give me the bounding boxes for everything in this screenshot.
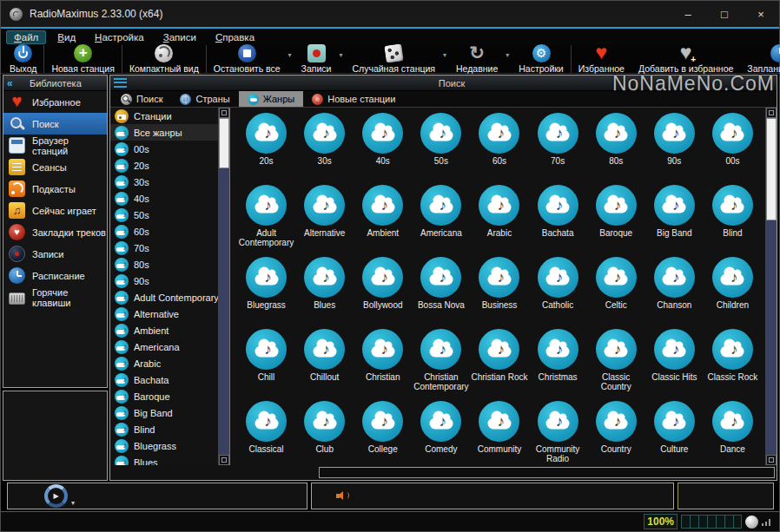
genre-tile[interactable]: ♪ College bbox=[354, 401, 412, 465]
tab[interactable]: Новые станции bbox=[303, 91, 404, 107]
genre-list-item[interactable]: 90s bbox=[110, 273, 218, 289]
menu-item[interactable]: Записи bbox=[155, 30, 204, 44]
sidebar-item[interactable]: Браузер станций bbox=[3, 135, 107, 156]
genre-tile[interactable]: ♪ 60s bbox=[470, 113, 528, 185]
genre-tile[interactable]: ♪ Classic Hits bbox=[645, 329, 704, 401]
genre-tile[interactable]: ♪ Business bbox=[470, 257, 528, 329]
genre-list-item[interactable]: Baroque bbox=[110, 388, 218, 404]
genre-tile[interactable]: ♪ Dance bbox=[704, 401, 762, 465]
genre-tile[interactable]: ♪ Catholic bbox=[529, 257, 587, 329]
play-loop-icon[interactable] bbox=[44, 484, 68, 508]
sidebar-item[interactable]: Поиск bbox=[3, 113, 107, 135]
toolbar-button[interactable]: Недавние ▾ bbox=[449, 45, 512, 73]
volume-segments[interactable] bbox=[681, 515, 742, 529]
genre-tile[interactable]: ♪ Community bbox=[470, 401, 528, 465]
genre-tile[interactable]: ♪ Ambient bbox=[354, 185, 412, 257]
chevron-down-icon[interactable]: ▾ bbox=[288, 51, 292, 59]
genre-grid-scrollbar[interactable] bbox=[765, 108, 777, 465]
genre-tile[interactable]: ♪ Bollywood bbox=[354, 257, 412, 329]
scroll-up-button[interactable] bbox=[219, 108, 229, 118]
genre-list-item[interactable]: Bluegrass bbox=[110, 437, 218, 454]
genre-tile[interactable]: ♪ Celtic bbox=[587, 257, 645, 329]
genre-list-item[interactable]: 40s bbox=[110, 190, 218, 207]
sidebar-item[interactable]: Закладки треков bbox=[3, 221, 107, 243]
collapse-sidebar-icon[interactable]: « bbox=[3, 77, 17, 89]
toolbar-button[interactable]: Запланировать bbox=[740, 45, 780, 73]
sidebar-item[interactable]: Записи bbox=[3, 243, 107, 265]
genre-tile[interactable]: ♪ Country bbox=[587, 401, 645, 465]
scroll-up-button[interactable] bbox=[766, 108, 777, 118]
toolbar-button[interactable]: Остановить все ▾ bbox=[206, 45, 294, 73]
chevron-down-icon[interactable]: ▾ bbox=[506, 51, 509, 59]
genre-list-item[interactable]: 30s bbox=[110, 174, 218, 190]
genre-list-item[interactable]: Arabic bbox=[110, 355, 218, 371]
sidebar-item[interactable]: Сеансы bbox=[3, 156, 107, 178]
genre-tile[interactable]: ♪ Christmas bbox=[529, 329, 587, 401]
genre-tile[interactable]: ♪ Culture bbox=[645, 401, 704, 465]
genre-tile[interactable]: ♪ Blues bbox=[295, 257, 354, 329]
genre-tile[interactable]: ♪ 20s bbox=[237, 113, 295, 185]
maximize-button[interactable]: □ bbox=[706, 1, 743, 27]
genre-list-item[interactable]: Bachata bbox=[110, 371, 218, 388]
tab[interactable]: Поиск bbox=[112, 91, 171, 107]
genre-list-item[interactable]: 80s bbox=[110, 256, 218, 273]
minimize-button[interactable]: – bbox=[670, 1, 706, 27]
tab[interactable]: Жанры bbox=[239, 91, 304, 107]
scroll-down-button[interactable] bbox=[219, 455, 229, 465]
genre-tile[interactable]: ♪ Chill bbox=[237, 329, 295, 401]
genre-tile[interactable]: ♪ Club bbox=[295, 401, 354, 465]
genre-list-item[interactable]: Blues bbox=[110, 454, 218, 465]
genre-tile[interactable]: ♪ 70s bbox=[529, 113, 587, 185]
genre-tile[interactable]: ♪ Classic Rock bbox=[704, 329, 762, 401]
scrollbar-thumb[interactable] bbox=[766, 118, 777, 220]
sidebar-item[interactable]: Горячие клавиши bbox=[3, 286, 107, 308]
genre-list-item[interactable]: 70s bbox=[110, 240, 218, 256]
sidebar-item[interactable]: Расписание bbox=[3, 265, 107, 286]
genre-list-item[interactable]: 00s bbox=[110, 141, 218, 157]
toolbar-button[interactable]: Выход bbox=[3, 45, 43, 73]
toolbar-button[interactable]: Записи ▾ bbox=[294, 45, 346, 73]
toolbar-button[interactable]: Случайная станция ▾ bbox=[345, 45, 449, 73]
genre-tile[interactable]: ♪ Classical bbox=[237, 401, 295, 465]
genre-list-item[interactable]: Big Band bbox=[110, 404, 218, 421]
genre-tile[interactable]: ♪ Chillout bbox=[295, 329, 354, 401]
genre-list-item[interactable]: Alternative bbox=[110, 305, 218, 322]
scrollbar-track[interactable] bbox=[219, 118, 229, 455]
genre-tile[interactable]: ♪ Comedy bbox=[412, 401, 470, 465]
genre-tile[interactable]: ♪ 30s bbox=[295, 113, 354, 185]
genre-tile[interactable]: ♪ Christian Rock bbox=[470, 329, 528, 401]
genre-tile[interactable]: ♪ Baroque bbox=[587, 185, 645, 257]
genre-list-item[interactable]: 20s bbox=[110, 157, 218, 174]
hamburger-menu-icon[interactable] bbox=[114, 78, 127, 88]
chevron-down-icon[interactable]: ▾ bbox=[339, 51, 342, 59]
genre-tile[interactable]: ♪ Bossa Nova bbox=[412, 257, 470, 329]
toolbar-button[interactable]: Новая станция bbox=[43, 45, 121, 73]
genre-list-item[interactable]: Все жанры bbox=[110, 124, 218, 141]
genre-tile[interactable]: ♪ Americana bbox=[412, 185, 470, 257]
sidebar-item[interactable]: Сейчас играет bbox=[3, 200, 107, 221]
menu-item[interactable]: Файл bbox=[6, 30, 46, 44]
genre-tile[interactable]: ♪ Community Radio bbox=[529, 401, 587, 465]
genre-tile[interactable]: ♪ 80s bbox=[587, 113, 645, 185]
chevron-down-icon[interactable]: ▾ bbox=[443, 51, 446, 59]
close-button[interactable]: × bbox=[743, 1, 779, 27]
toolbar-button[interactable]: Избранное bbox=[571, 45, 631, 73]
genre-list-item[interactable]: 60s bbox=[110, 223, 218, 240]
sidebar-item[interactable]: Подкасты bbox=[3, 178, 107, 200]
genre-tile[interactable]: ♪ Classic Country bbox=[587, 329, 645, 401]
genre-list-item[interactable]: Станции bbox=[110, 108, 218, 124]
genre-list-scrollbar[interactable] bbox=[218, 108, 229, 465]
genre-list-item[interactable]: Americana bbox=[110, 338, 218, 355]
menu-item[interactable]: Справка bbox=[208, 30, 262, 44]
genre-list-item[interactable]: Adult Contemporary bbox=[110, 289, 218, 305]
genre-tile[interactable]: ♪ 00s bbox=[704, 113, 762, 185]
genre-tile[interactable]: ♪ Alternative bbox=[295, 185, 354, 257]
genre-tile[interactable]: ♪ Arabic bbox=[470, 185, 528, 257]
chevron-down-icon[interactable]: ▾ bbox=[71, 499, 75, 507]
genre-tile[interactable]: ♪ Big Band bbox=[645, 185, 704, 257]
genre-tile[interactable]: ♪ Chanson bbox=[645, 257, 704, 329]
sidebar-item[interactable]: Избранное bbox=[3, 91, 107, 113]
speaker-icon[interactable] bbox=[336, 490, 350, 502]
genre-tile[interactable]: ♪ 90s bbox=[645, 113, 704, 185]
scroll-down-button[interactable] bbox=[766, 455, 777, 465]
